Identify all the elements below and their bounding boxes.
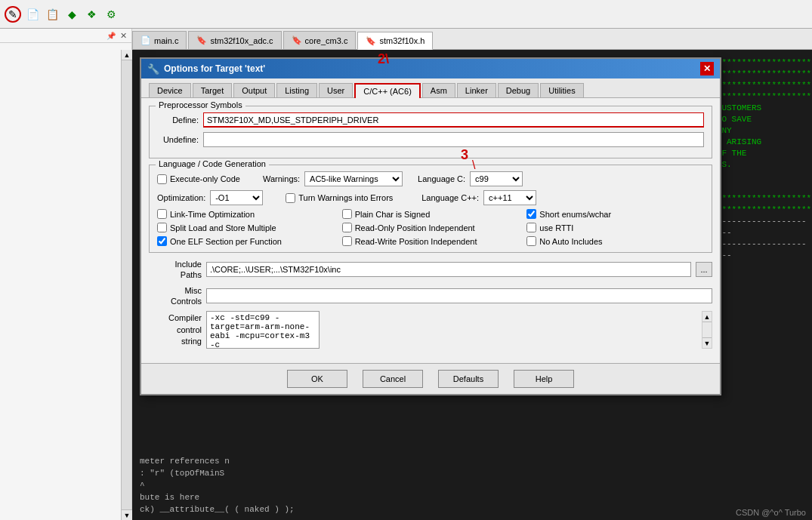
plain-char-row: Plain Char is Signed <box>342 209 520 219</box>
include-paths-section: IncludePaths ... MiscControls <box>149 259 712 306</box>
optimization-label: Optimization: <box>157 193 205 202</box>
tab-label: main.c <box>154 36 178 45</box>
split-load-row: Split Load and Store Multiple <box>157 223 335 232</box>
ok-button[interactable]: OK <box>287 370 347 388</box>
dialog-overlay: 🔧 Options for Target 'text' ✕ Device Tar… <box>132 50 812 520</box>
no-auto-includes-row: No Auto Includes <box>526 236 704 246</box>
pin-icon[interactable]: 📌 <box>106 30 116 41</box>
compiler-string-input[interactable]: -xc -std=c99 -target=arm-arm-none-eabi -… <box>206 311 320 349</box>
tab-label: core_cm3.c <box>305 36 348 45</box>
short-enums-label: Short enums/wchar <box>539 210 611 219</box>
tab-debug[interactable]: Debug <box>498 83 539 97</box>
options-dialog: 🔧 Options for Target 'text' ✕ Device Tar… <box>140 57 721 395</box>
plain-char-checkbox[interactable] <box>342 209 352 219</box>
language-cpp-label: Language C++: <box>421 193 479 202</box>
tab-label: stm32f10x.h <box>379 36 425 45</box>
language-group: Language / Code Generation Execute-only … <box>149 165 712 253</box>
pencil-icon[interactable]: ✎ <box>5 6 21 23</box>
short-enums-row: Short enums/wchar <box>526 209 704 219</box>
tab-linker[interactable]: Linker <box>457 83 496 97</box>
one-elf-checkbox[interactable] <box>157 236 167 246</box>
use-rtti-label: use RTTI <box>539 223 573 232</box>
read-write-row: Read-Write Position Independent <box>342 236 520 246</box>
include-paths-browse-button[interactable]: ... <box>696 262 712 277</box>
diamond-icon[interactable]: ◆ <box>63 6 80 23</box>
defaults-button[interactable]: Defaults <box>438 370 499 388</box>
language-cpp-select[interactable]: c++11 <box>483 190 536 205</box>
tab-core-cm3[interactable]: 🔖 core_cm3.c <box>283 31 357 49</box>
gear-icon[interactable]: ⚙ <box>103 6 119 23</box>
use-rtti-checkbox[interactable] <box>526 223 536 232</box>
no-auto-includes-checkbox[interactable] <box>526 236 536 246</box>
one-elf-label: One ELF Section per Function <box>170 237 282 246</box>
link-time-row: Link-Time Optimization <box>157 209 335 219</box>
toolbar: ✎ 📄 📋 ◆ ❖ ⚙ <box>0 0 812 29</box>
compiler-string-label: Compilercontrolstring <box>149 311 202 347</box>
define-label: Define: <box>157 115 199 125</box>
diamond2-icon[interactable]: ❖ <box>83 6 100 23</box>
compiler-scroll-down[interactable]: ▼ <box>702 337 712 348</box>
tab-cpp-ac6[interactable]: C/C++ (AC6) <box>354 83 421 98</box>
scroll-down-arrow[interactable]: ▼ <box>122 509 132 520</box>
read-write-label: Read-Write Position Independent <box>355 237 477 246</box>
tab-stm32-h[interactable]: 🔖 stm32f10x.h <box>357 32 433 50</box>
left-panel-scrollbar[interactable]: ▲ ▼ <box>121 50 131 520</box>
short-enums-checkbox[interactable] <box>526 209 536 219</box>
read-only-checkbox[interactable] <box>342 223 352 232</box>
tab-target[interactable]: Target <box>193 83 233 97</box>
tab-utilities[interactable]: Utilities <box>540 83 583 97</box>
no-auto-includes-label: No Auto Includes <box>539 237 602 246</box>
tab-user[interactable]: User <box>319 83 353 97</box>
link-time-checkbox[interactable] <box>157 209 167 219</box>
tab-stm32-adc[interactable]: 🔖 stm32f10x_adc.c <box>188 31 281 49</box>
execute-only-checkbox[interactable] <box>157 174 167 184</box>
copy-icon[interactable]: 📋 <box>44 6 60 23</box>
split-load-checkbox[interactable] <box>157 223 167 232</box>
file-icon: 📄 <box>140 35 151 46</box>
watermark: CSDN @^o^ Turbo <box>736 508 806 517</box>
dialog-title-icon: 🔧 <box>147 63 159 75</box>
compiler-string-section: Compilercontrolstring -xc -std=c99 -targ… <box>149 311 712 351</box>
dialog-close-button[interactable]: ✕ <box>700 62 714 75</box>
undefine-input[interactable] <box>203 132 704 147</box>
tab-label: stm32f10x_adc.c <box>210 36 273 45</box>
language-c-label: Language C: <box>418 174 465 183</box>
tab-asm[interactable]: Asm <box>422 83 455 97</box>
define-row: Define: <box>157 112 704 128</box>
close-left-panel-icon[interactable]: ✕ <box>118 30 128 41</box>
misc-controls-input[interactable] <box>206 288 712 303</box>
undefine-label: Undefine: <box>157 135 199 144</box>
left-panel-header: 📌 ✕ <box>0 29 131 43</box>
cancel-button[interactable]: Cancel <box>363 370 423 388</box>
execute-only-label: Execute-only Code <box>170 174 240 183</box>
include-paths-input[interactable] <box>206 262 691 277</box>
execute-only-row: Execute-only Code <box>157 174 240 184</box>
split-load-label: Split Load and Store Multiple <box>170 223 276 232</box>
compiler-scroll-up[interactable]: ▲ <box>702 312 712 322</box>
tab-main-c[interactable]: 📄 main.c <box>132 31 187 49</box>
help-button[interactable]: Help <box>514 370 574 388</box>
bookmark-icon: 🔖 <box>196 35 207 46</box>
warnings-label: Warnings: <box>263 174 300 183</box>
language-cpp-row: Language C++: c++11 <box>421 190 536 205</box>
warnings-select[interactable]: AC5-like Warnings <box>304 171 403 186</box>
define-input[interactable] <box>203 112 704 128</box>
misc-controls-label: MiscControls <box>149 285 202 307</box>
compiler-scrollbar[interactable]: ▲ ▼ <box>702 311 712 349</box>
page-icon[interactable]: 📄 <box>24 6 41 23</box>
tab-output[interactable]: Output <box>233 83 275 97</box>
tab-device[interactable]: Device <box>149 83 191 97</box>
tab-listing[interactable]: Listing <box>276 83 317 97</box>
scroll-up-arrow[interactable]: ▲ <box>122 50 132 60</box>
dialog-content: Preprocessor Symbols Define: Undefine: L… <box>141 98 720 363</box>
one-elf-row: One ELF Section per Function <box>157 236 335 246</box>
read-write-checkbox[interactable] <box>342 236 352 246</box>
optimization-select[interactable]: -O1 <box>210 190 263 205</box>
bookmark-icon: 🔖 <box>292 35 302 46</box>
turn-warnings-label: Turn Warnings into Errors <box>298 193 393 202</box>
language-c-select[interactable]: c99 <box>470 171 523 186</box>
warnings-row: Warnings: AC5-like Warnings <box>263 171 403 186</box>
bookmark-icon: 🔖 <box>366 35 376 46</box>
turn-warnings-checkbox[interactable] <box>286 193 295 203</box>
plain-char-label: Plain Char is Signed <box>355 210 431 219</box>
